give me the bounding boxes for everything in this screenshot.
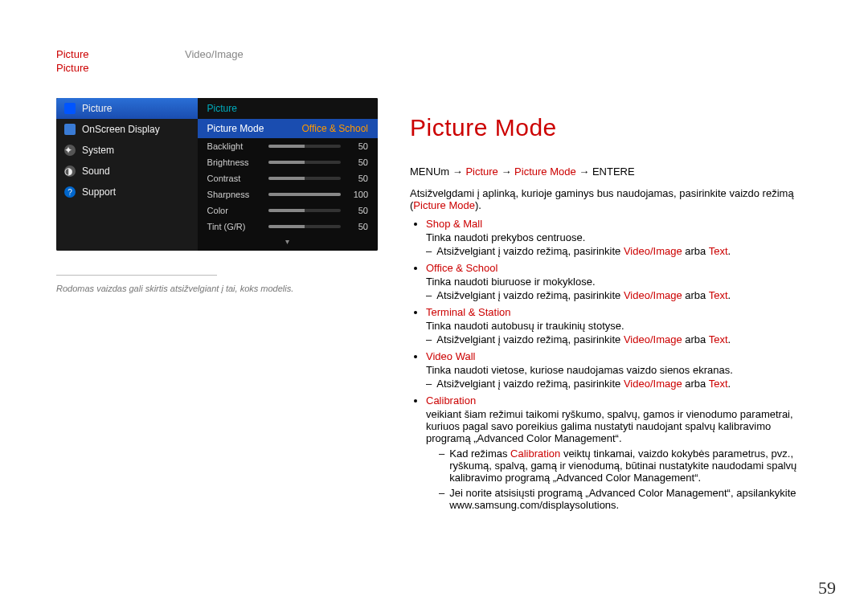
caption-divider xyxy=(56,275,217,276)
osd-mode-label: Picture Mode xyxy=(207,123,264,134)
calibration-p2: –Kad režimas Calibration veiktų tinkamai… xyxy=(439,447,812,484)
osd-nav-picture[interactable]: Picture xyxy=(56,98,198,119)
osd-nav-label: Sound xyxy=(82,166,110,177)
menu-path: MENUm → Picture → Picture Mode → ENTERE xyxy=(410,166,812,178)
list-item: Terminal & StationTinka naudoti autobusų… xyxy=(426,306,812,345)
page-number: 59 xyxy=(818,578,836,599)
mode-sub: –Atsižvelgiant į vaizdo režimą, pasirink… xyxy=(426,378,812,390)
osd-nav-system[interactable]: ✦System xyxy=(56,140,198,161)
osd-slider-tint-g-r-[interactable]: Tint (G/R)50 xyxy=(198,219,378,235)
mode-desc: Tinka naudoti biuruose ir mokyklose. xyxy=(426,276,812,288)
slider-label: Backlight xyxy=(207,141,264,151)
intro-text: Atsižvelgdami į aplinką, kurioje gaminys… xyxy=(410,187,812,211)
page-title: Picture Mode xyxy=(410,114,812,141)
osd-nav-label: Picture xyxy=(82,103,112,114)
mode-name: Video Wall xyxy=(426,350,475,362)
osd-panel-title: Picture xyxy=(198,98,378,119)
slider-value: 50 xyxy=(346,157,368,167)
osd-slider-brightness[interactable]: Brightness50 xyxy=(198,154,378,170)
slider-track xyxy=(268,225,341,228)
mode-name: Office & School xyxy=(426,262,497,274)
osd-nav-support[interactable]: ?Support xyxy=(56,182,198,202)
osd-left-nav: PictureOnScreen Display✦System◑Sound?Sup… xyxy=(56,98,198,251)
list-item: Video WallTinka naudoti vietose, kuriose… xyxy=(426,350,812,390)
slider-value: 50 xyxy=(346,141,368,151)
slider-track xyxy=(268,161,341,164)
breadcrumb-seg-a: Picture xyxy=(56,48,88,60)
chevron-down-icon[interactable]: ▾ xyxy=(198,235,378,251)
mode-list: Shop & MallTinka naudoti prekybos centru… xyxy=(410,218,812,511)
osd-nav-onscreen-display[interactable]: OnScreen Display xyxy=(56,119,198,140)
osd-nav-label: Support xyxy=(82,186,116,198)
slider-value: 50 xyxy=(346,222,368,231)
calibration-p1: veikiant šiam režimui taikomi ryškumo, s… xyxy=(426,408,812,444)
mode-desc: Tinka naudoti vietose, kuriose naudojama… xyxy=(426,364,812,376)
osd-right-panel: Picture Picture Mode Office & School Bac… xyxy=(198,98,378,251)
osd-mode-value: Office & School xyxy=(302,123,369,134)
osd-mock: PictureOnScreen Display✦System◑Sound?Sup… xyxy=(56,98,378,251)
breadcrumb-seg-c: Picture xyxy=(56,62,812,74)
slider-label: Contrast xyxy=(207,174,264,183)
slider-label: Sharpness xyxy=(207,190,264,199)
slider-track xyxy=(268,145,341,148)
mode-name: Shop & Mall xyxy=(426,218,482,230)
calibration-p3: –Jei norite atsisiųsti programą „Advance… xyxy=(439,487,812,511)
slider-label: Color xyxy=(207,206,264,215)
osd-slider-contrast[interactable]: Contrast50 xyxy=(198,170,378,186)
slider-value: 50 xyxy=(346,206,368,215)
mode-name: Terminal & Station xyxy=(426,306,511,318)
image-caption: Rodomas vaizdas gali skirtis atsižvelgia… xyxy=(56,284,378,293)
slider-label: Tint (G/R) xyxy=(207,222,264,231)
mode-name: Calibration xyxy=(426,394,476,407)
slider-track xyxy=(268,209,341,212)
slider-label: Brightness xyxy=(207,157,264,167)
list-item: Shop & MallTinka naudoti prekybos centru… xyxy=(426,218,812,257)
osd-nav-sound[interactable]: ◑Sound xyxy=(56,161,198,182)
mode-desc: Tinka naudoti autobusų ir traukinių stot… xyxy=(426,320,812,332)
list-item: Office & SchoolTinka naudoti biuruose ir… xyxy=(426,262,812,301)
osd-nav-label: OnScreen Display xyxy=(82,124,160,135)
mode-sub: –Atsižvelgiant į vaizdo režimą, pasirink… xyxy=(426,333,812,345)
mode-sub: –Atsižvelgiant į vaizdo režimą, pasirink… xyxy=(426,245,812,257)
slider-value: 100 xyxy=(346,190,368,199)
slider-track xyxy=(268,177,341,180)
osd-slider-backlight[interactable]: Backlight50 xyxy=(198,138,378,154)
osd-nav-label: System xyxy=(82,145,114,156)
mode-desc: Tinka naudoti prekybos centruose. xyxy=(426,231,812,243)
breadcrumb-seg-b: Video/Image xyxy=(185,48,244,60)
slider-track xyxy=(268,193,341,196)
slider-value: 50 xyxy=(346,174,368,183)
list-item-calibration: Calibrationveikiant šiam režimui taikomi… xyxy=(426,394,812,511)
osd-slider-sharpness[interactable]: Sharpness100 xyxy=(198,186,378,202)
mode-sub: –Atsižvelgiant į vaizdo režimą, pasirink… xyxy=(426,289,812,301)
osd-slider-color[interactable]: Color50 xyxy=(198,202,378,219)
osd-picture-mode-row[interactable]: Picture Mode Office & School xyxy=(198,119,378,138)
